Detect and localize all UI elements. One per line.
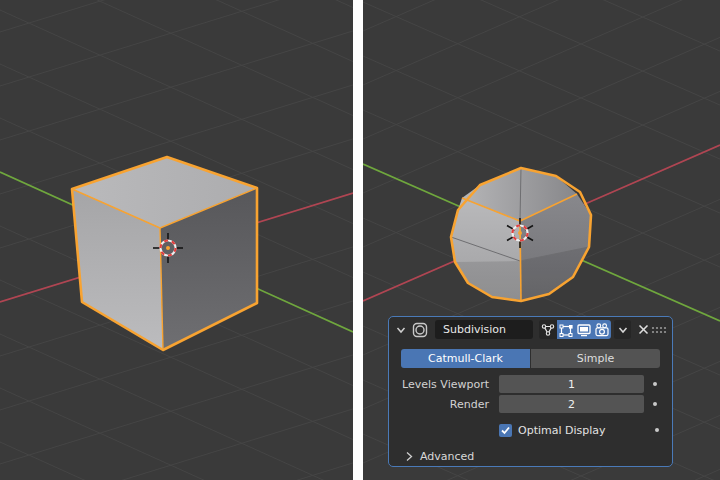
- render-label: Render: [391, 398, 489, 411]
- animate-dot[interactable]: [655, 428, 659, 432]
- advanced-label: Advanced: [420, 450, 474, 463]
- viewport-after[interactable]: Catmull-Clark Simple Levels Viewport 1 R…: [363, 0, 720, 480]
- optimal-display-checkbox[interactable]: [499, 424, 512, 437]
- animate-dot[interactable]: [653, 402, 657, 406]
- modifier-panel-header: [389, 317, 672, 342]
- blender-subdivision-comparison: Catmull-Clark Simple Levels Viewport 1 R…: [0, 0, 720, 480]
- edit-mode-toggle[interactable]: [557, 320, 575, 339]
- simple-button[interactable]: Simple: [531, 349, 660, 368]
- expand-chevron-icon[interactable]: [395, 324, 407, 336]
- advanced-section-toggle[interactable]: Advanced: [405, 450, 672, 463]
- modifier-name-field[interactable]: [435, 320, 533, 339]
- close-icon[interactable]: [635, 320, 651, 339]
- subdivision-modifier-panel: Catmull-Clark Simple Levels Viewport 1 R…: [388, 316, 673, 467]
- optimal-display-row: Optimal Display: [499, 423, 672, 437]
- render-field[interactable]: 2: [499, 395, 644, 413]
- realtime-display-toggle[interactable]: [575, 320, 593, 339]
- animate-dot[interactable]: [653, 382, 657, 386]
- levels-viewport-label: Levels Viewport: [391, 378, 489, 391]
- on-cage-toggle[interactable]: [539, 320, 557, 339]
- viewport-separator: [353, 0, 363, 480]
- render-toggle[interactable]: [593, 320, 611, 339]
- levels-viewport-row: Levels Viewport 1: [389, 375, 672, 393]
- optimal-display-label: Optimal Display: [518, 424, 606, 437]
- viewport-before[interactable]: [0, 0, 353, 480]
- viewport-before-canvas[interactable]: [0, 0, 353, 480]
- render-row: Render 2: [389, 395, 672, 413]
- subsurf-modifier-icon: [411, 321, 429, 339]
- levels-viewport-field[interactable]: 1: [499, 375, 644, 393]
- extras-chevron-icon[interactable]: [614, 320, 631, 339]
- collapse-chevron-icon: [405, 451, 413, 462]
- catmull-clark-button[interactable]: Catmull-Clark: [401, 349, 530, 368]
- drag-grip-icon[interactable]: [651, 325, 667, 335]
- subdivision-algorithm-segmented: Catmull-Clark Simple: [401, 349, 660, 368]
